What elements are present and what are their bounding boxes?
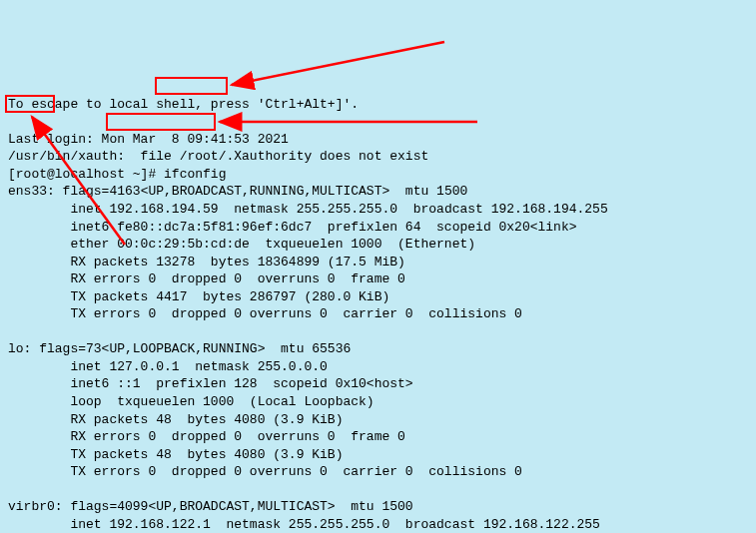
ens33-interface-name: ens33: [8,184,55,199]
lo-rx-packets: RX packets 48 bytes 4080 (3.9 KiB) [8,412,343,427]
lo-inet6: inet6 ::1 prefixlen 128 scopeid 0x10<hos… [8,376,413,391]
shell-prompt: [root@localhost ~]# [8,167,156,182]
ens33-rx-errors: RX errors 0 dropped 0 overruns 0 frame 0 [8,271,405,286]
ens33-inet-suffix: netmask 255.255.255.0 broadcast 192.168.… [219,202,608,217]
lo-rx-errors: RX errors 0 dropped 0 overruns 0 frame 0 [8,429,405,444]
lo-header: lo: flags=73<UP,LOOPBACK,RUNNING> mtu 65… [8,341,351,356]
highlight-box-interface [5,95,55,113]
ens33-ip-address: 192.168.194.59 [109,202,218,217]
lo-tx-errors: TX errors 0 dropped 0 overruns 0 carrier… [8,464,522,479]
xauth-line: /usr/bin/xauth: file /root/.Xauthority d… [8,149,428,164]
highlight-box-command [155,77,228,95]
ens33-tx-errors: TX errors 0 dropped 0 overruns 0 carrier… [8,306,522,321]
ens33-tx-packets: TX packets 4417 bytes 286797 (280.0 KiB) [8,289,389,304]
lo-loop: loop txqueuelen 1000 (Local Loopback) [8,394,375,409]
terminal-output: To escape to local shell, press 'Ctrl+Al… [8,78,748,533]
lo-tx-packets: TX packets 48 bytes 4080 (3.9 KiB) [8,447,343,462]
escape-hint: To escape to local shell, press 'Ctrl+Al… [8,97,359,112]
ens33-inet6: inet6 fe80::dc7a:5f81:96ef:6dc7 prefixle… [8,220,577,235]
typed-command[interactable]: ifconfig [156,167,226,182]
ens33-ether: ether 00:0c:29:5b:cd:de txqueuelen 1000 … [8,237,475,252]
lo-inet: inet 127.0.0.1 netmask 255.0.0.0 [8,359,328,374]
ens33-flags: flags=4163<UP,BROADCAST,RUNNING,MULTICAS… [55,184,467,199]
virbr0-header: virbr0: flags=4099<UP,BROADCAST,MULTICAS… [8,499,413,514]
ens33-rx-packets: RX packets 13278 bytes 18364899 (17.5 Mi… [8,255,405,269]
ens33-inet-prefix: inet [8,202,109,217]
last-login: Last login: Mon Mar 8 09:41:53 2021 [8,132,289,147]
highlight-box-ip [106,113,216,131]
virbr0-inet: inet 192.168.122.1 netmask 255.255.255.0… [8,517,600,532]
